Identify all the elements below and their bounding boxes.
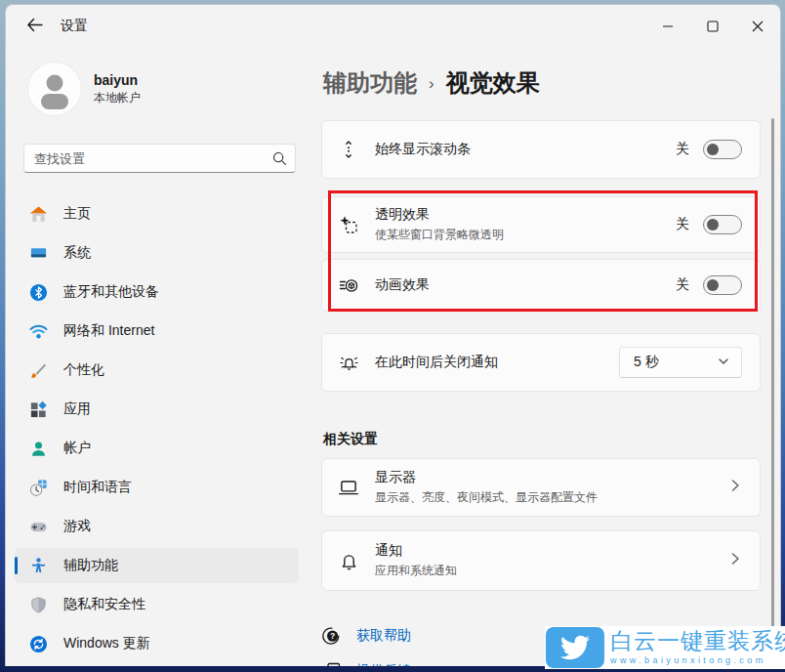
windows-update-icon (28, 634, 48, 653)
related-title: 通知 (375, 542, 457, 560)
setting-card-scrollbars: 始终显示滚动条 关 (321, 120, 761, 179)
toggle-state-label: 关 (676, 141, 689, 158)
timeout-dropdown[interactable]: 5 秒 (619, 347, 742, 378)
close-icon (752, 21, 764, 32)
time-language-icon (28, 478, 48, 497)
sidebar-item-network[interactable]: 网络和 Internet (15, 314, 299, 349)
get-help-label: 获取帮助 (356, 627, 411, 645)
sidebar-item-apps[interactable]: 应用 (15, 392, 299, 427)
scrollbar-icon (338, 139, 359, 160)
maximize-icon (707, 21, 719, 32)
setting-subtitle: 使某些窗口背景略微透明 (375, 227, 504, 243)
toggle-knob (707, 219, 719, 231)
timeout-dropdown-value: 5 秒 (634, 354, 698, 371)
related-subtitle: 应用和系统通知 (375, 563, 457, 579)
chevron-right-icon (728, 552, 742, 569)
page-title: 视觉效果 (446, 67, 540, 99)
network-icon (28, 321, 48, 341)
apps-icon (28, 399, 48, 419)
transparency-icon (338, 214, 359, 235)
animation-toggle[interactable] (703, 275, 742, 295)
transparency-toggle[interactable] (703, 215, 742, 234)
back-button[interactable] (18, 12, 51, 41)
sidebar-nav: 主页 系统 蓝牙和其他设备 网络和 Internet 个性化 (6, 196, 313, 661)
close-button[interactable] (735, 5, 780, 48)
window-controls (645, 5, 780, 48)
watermark-title: 白云一键重装系统 (610, 630, 785, 652)
related-title: 显示器 (375, 469, 598, 486)
get-help-icon: ? (321, 626, 341, 646)
breadcrumb-separator: › (429, 74, 434, 94)
sidebar-item-privacy[interactable]: 隐私和安全性 (15, 587, 299, 622)
sidebar-item-home[interactable]: 主页 (15, 196, 299, 231)
chevron-right-icon (728, 479, 742, 496)
setting-card-animation: 动画效果 关 (321, 259, 761, 312)
setting-title: 始终显示滚动条 (375, 141, 471, 158)
toggle-knob (707, 144, 719, 155)
feedback-icon (321, 661, 341, 666)
scrollbars-toggle[interactable] (703, 140, 742, 159)
related-card-display[interactable]: 显示器 显示器、亮度、夜间模式、显示器配置文件 (321, 458, 761, 517)
gaming-icon (28, 517, 48, 536)
setting-title: 动画效果 (375, 276, 430, 294)
sidebar-item-system[interactable]: 系统 (15, 235, 299, 271)
setting-title: 透明效果 (375, 206, 504, 224)
accounts-icon (28, 439, 48, 458)
setting-card-notification-timeout: 在此时间后关闭通知 5 秒 (321, 333, 761, 392)
related-card-notifications[interactable]: 通知 应用和系统通知 (321, 530, 761, 591)
window-title: 设置 (61, 18, 88, 35)
back-arrow-icon (26, 18, 43, 35)
vertical-scrollbar[interactable] (771, 118, 774, 630)
watermark: 白云一键重装系统 www.baiyunxitong.com (545, 626, 785, 669)
home-icon (28, 204, 48, 224)
minimize-button[interactable] (645, 5, 690, 48)
search-icon (271, 150, 287, 170)
accessibility-icon (28, 556, 48, 575)
maximize-button[interactable] (690, 5, 735, 48)
account-type: 本地帐户 (94, 90, 141, 106)
system-icon (28, 243, 48, 263)
dismiss-notifications-icon (338, 352, 359, 373)
titlebar: 设置 (6, 5, 780, 48)
minimize-icon (662, 21, 674, 32)
chevron-down-icon (718, 356, 729, 370)
sidebar-item-time-language[interactable]: 时间和语言 (15, 470, 299, 505)
breadcrumb: 辅助功能 › 视觉效果 (323, 67, 761, 99)
privacy-icon (28, 595, 48, 614)
svg-text:?: ? (330, 631, 335, 641)
toggle-knob (707, 279, 719, 291)
sidebar: baiyun 本地帐户 主页 系统 (6, 48, 313, 666)
sidebar-item-gaming[interactable]: 游戏 (15, 509, 299, 544)
user-profile[interactable]: baiyun 本地帐户 (27, 62, 313, 116)
feedback-label: 提供反馈 (356, 662, 411, 666)
animation-icon (338, 274, 359, 296)
toggle-state-label: 关 (676, 216, 689, 233)
watermark-bird-logo-icon (546, 627, 604, 668)
display-icon (338, 477, 359, 498)
toggle-state-label: 关 (676, 276, 689, 294)
bell-icon (338, 550, 359, 571)
sidebar-item-accessibility[interactable]: 辅助功能 (15, 548, 299, 583)
user-name: baiyun (94, 72, 141, 88)
breadcrumb-parent[interactable]: 辅助功能 (323, 67, 417, 99)
search-box (23, 144, 296, 173)
search-input[interactable] (23, 144, 296, 173)
sidebar-item-bluetooth[interactable]: 蓝牙和其他设备 (15, 274, 299, 310)
main-content: 辅助功能 › 视觉效果 始终显示滚动条 关 (313, 48, 781, 666)
setting-card-transparency: 透明效果 使某些窗口背景略微透明 关 (321, 196, 761, 253)
personalization-icon (28, 360, 48, 380)
related-subtitle: 显示器、亮度、夜间模式、显示器配置文件 (375, 489, 598, 506)
sidebar-item-accounts[interactable]: 帐户 (15, 431, 299, 466)
sidebar-item-windows-update[interactable]: Windows 更新 (15, 626, 299, 661)
bluetooth-icon (28, 282, 48, 302)
settings-window: 设置 baiyun 本地帐户 (5, 4, 781, 666)
sidebar-item-personalization[interactable]: 个性化 (15, 353, 299, 388)
setting-title: 在此时间后关闭通知 (375, 354, 498, 371)
watermark-url: www.baiyunxitong.com (610, 655, 785, 665)
avatar (27, 62, 82, 116)
related-settings-heading: 相关设置 (323, 431, 761, 448)
